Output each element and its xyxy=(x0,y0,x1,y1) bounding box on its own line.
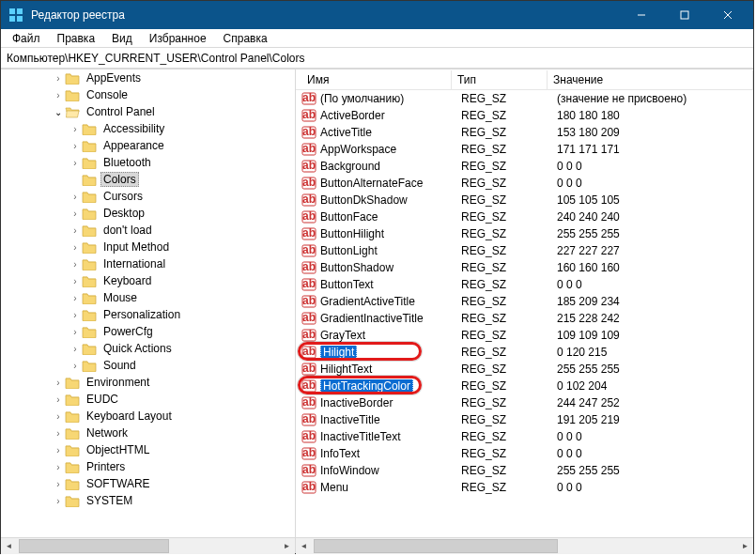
col-header-name[interactable]: Имя xyxy=(301,70,452,89)
value-row[interactable]: GrayTextREG_SZ109 109 109 xyxy=(296,327,753,344)
chevron-right-icon[interactable]: › xyxy=(69,361,82,371)
tree-item[interactable]: ›Desktop xyxy=(1,205,295,222)
value-row[interactable]: ButtonHilightREG_SZ255 255 255 xyxy=(296,225,753,242)
tree-item[interactable]: ›Cursors xyxy=(1,188,295,205)
minimize-button[interactable] xyxy=(620,1,663,29)
tree-item[interactable]: ›Keyboard Layout xyxy=(1,408,295,425)
value-row[interactable]: AppWorkspaceREG_SZ171 171 171 xyxy=(296,141,753,158)
value-type: REG_SZ xyxy=(461,244,557,257)
tree-item[interactable]: ›Printers xyxy=(1,458,295,475)
tree-item[interactable]: ›SYSTEM xyxy=(1,492,295,509)
chevron-right-icon[interactable]: › xyxy=(69,242,82,253)
chevron-right-icon[interactable]: › xyxy=(52,90,65,100)
chevron-right-icon[interactable]: › xyxy=(69,192,82,202)
value-row[interactable]: HilightTextREG_SZ255 255 255 xyxy=(296,361,753,378)
tree-item[interactable]: ›Quick Actions xyxy=(1,340,295,357)
value-row[interactable]: ButtonDkShadowREG_SZ105 105 105 xyxy=(296,192,753,208)
tree-item[interactable]: ›International xyxy=(1,255,295,272)
chevron-right-icon[interactable]: › xyxy=(52,411,65,422)
tree-item[interactable]: ›PowerCfg xyxy=(1,323,295,340)
chevron-down-icon[interactable]: ⌄ xyxy=(52,107,65,117)
value-row[interactable]: InactiveTitleTextREG_SZ0 0 0 xyxy=(296,428,753,445)
chevron-right-icon[interactable]: › xyxy=(69,259,82,270)
folder-icon xyxy=(82,342,97,355)
value-row[interactable]: GradientActiveTitleREG_SZ185 209 234 xyxy=(296,293,753,310)
chevron-right-icon[interactable]: › xyxy=(69,141,82,151)
value-row[interactable]: MenuREG_SZ0 0 0 xyxy=(296,479,753,496)
values-list[interactable]: (По умолчанию)REG_SZ(значение не присвое… xyxy=(296,90,753,537)
col-header-type[interactable]: Тип xyxy=(452,70,548,89)
value-row[interactable]: ButtonFaceREG_SZ240 240 240 xyxy=(296,208,753,225)
tree-item[interactable]: ›Keyboard xyxy=(1,272,295,289)
value-row[interactable]: BackgroundREG_SZ0 0 0 xyxy=(296,158,753,175)
tree-item[interactable]: ⌄Control Panel xyxy=(1,103,295,120)
chevron-right-icon[interactable]: › xyxy=(69,225,82,236)
menu-help[interactable]: Справка xyxy=(216,31,275,46)
col-header-value[interactable]: Значение xyxy=(548,70,753,89)
tree-item[interactable]: ›Environment xyxy=(1,374,295,391)
chevron-right-icon[interactable]: › xyxy=(52,479,65,489)
value-data: 227 227 227 xyxy=(557,244,753,257)
menu-file[interactable]: Файл xyxy=(5,31,48,46)
tree-item[interactable]: ›Input Method xyxy=(1,239,295,255)
menu-edit[interactable]: Правка xyxy=(50,31,103,46)
tree-item[interactable]: Colors xyxy=(1,171,295,188)
maximize-button[interactable] xyxy=(663,1,706,29)
value-row[interactable]: InactiveBorderREG_SZ244 247 252 xyxy=(296,394,753,411)
tree-item[interactable]: ›Personalization xyxy=(1,306,295,323)
value-name: GrayText xyxy=(320,329,461,342)
tree-item[interactable]: ›don't load xyxy=(1,222,295,239)
value-row[interactable]: InfoTextREG_SZ0 0 0 xyxy=(296,445,753,462)
chevron-right-icon[interactable]: › xyxy=(52,428,65,439)
value-row[interactable]: ButtonLightREG_SZ227 227 227 xyxy=(296,242,753,259)
value-row[interactable]: ButtonShadowREG_SZ160 160 160 xyxy=(296,259,753,276)
value-row[interactable]: ActiveBorderREG_SZ180 180 180 xyxy=(296,107,753,124)
chevron-right-icon[interactable]: › xyxy=(52,73,65,84)
tree-item[interactable]: ›Network xyxy=(1,425,295,441)
chevron-right-icon[interactable]: › xyxy=(52,445,65,456)
tree-item-label: EUDC xyxy=(84,393,121,406)
chevron-right-icon[interactable]: › xyxy=(52,378,65,388)
value-row[interactable]: GradientInactiveTitleREG_SZ215 228 242 xyxy=(296,310,753,327)
tree-item[interactable]: ›Appearance xyxy=(1,137,295,154)
tree-item[interactable]: ›Console xyxy=(1,86,295,103)
menu-fav[interactable]: Избранное xyxy=(142,31,214,46)
chevron-right-icon[interactable]: › xyxy=(52,496,65,506)
value-row[interactable]: (По умолчанию)REG_SZ(значение не присвое… xyxy=(296,90,753,107)
value-row[interactable]: InfoWindowREG_SZ255 255 255 xyxy=(296,462,753,479)
tree-view[interactable]: ›AppEvents›Console⌄Control Panel›Accessi… xyxy=(1,70,295,537)
titlebar[interactable]: Редактор реестра xyxy=(1,1,753,29)
tree-item[interactable]: ›EUDC xyxy=(1,391,295,408)
chevron-right-icon[interactable]: › xyxy=(69,344,82,354)
string-value-icon xyxy=(301,143,316,156)
chevron-right-icon[interactable]: › xyxy=(69,208,82,219)
chevron-right-icon[interactable]: › xyxy=(69,293,82,303)
chevron-right-icon[interactable]: › xyxy=(69,124,82,134)
value-row[interactable]: ActiveTitleREG_SZ153 180 209 xyxy=(296,124,753,141)
tree-item-label: Input Method xyxy=(100,240,172,254)
tree-item[interactable]: ›Mouse xyxy=(1,289,295,306)
values-hscroll[interactable]: ◄ ► xyxy=(296,537,753,553)
tree-item[interactable]: ›SOFTWARE xyxy=(1,475,295,492)
tree-hscroll[interactable]: ◄ ► xyxy=(1,537,295,553)
chevron-right-icon[interactable]: › xyxy=(69,276,82,286)
tree-item[interactable]: ›Bluetooth xyxy=(1,154,295,171)
tree-item[interactable]: ›Accessibility xyxy=(1,120,295,137)
chevron-right-icon[interactable]: › xyxy=(52,394,65,405)
value-row[interactable]: HilightREG_SZ0 120 215 xyxy=(296,344,753,361)
value-row[interactable]: InactiveTitleREG_SZ191 205 219 xyxy=(296,411,753,428)
address-bar[interactable]: Компьютер\HKEY_CURRENT_USER\Control Pane… xyxy=(1,48,753,69)
tree-item[interactable]: ›AppEvents xyxy=(1,70,295,86)
chevron-right-icon[interactable]: › xyxy=(52,462,65,472)
chevron-right-icon[interactable]: › xyxy=(69,310,82,320)
menu-view[interactable]: Вид xyxy=(104,31,140,46)
value-row[interactable]: ButtonAlternateFaceREG_SZ0 0 0 xyxy=(296,175,753,192)
close-button[interactable] xyxy=(706,1,749,29)
chevron-right-icon[interactable]: › xyxy=(69,327,82,337)
value-row[interactable]: ButtonTextREG_SZ0 0 0 xyxy=(296,276,753,293)
chevron-right-icon[interactable]: › xyxy=(69,158,82,168)
tree-item[interactable]: ›Sound xyxy=(1,357,295,374)
value-name: ButtonShadow xyxy=(320,261,461,274)
tree-item[interactable]: ›ObjectHTML xyxy=(1,441,295,458)
value-row[interactable]: HotTrackingColorREG_SZ0 102 204 xyxy=(296,378,753,394)
